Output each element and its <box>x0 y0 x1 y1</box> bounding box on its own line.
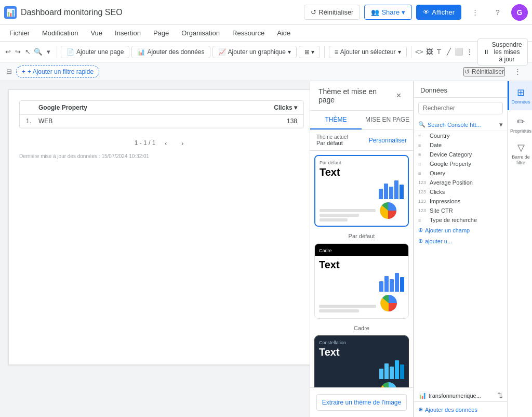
avatar[interactable]: G <box>511 4 528 21</box>
field-avg-position-label: Average Position <box>430 179 473 186</box>
field-type-recherche-label: Type de recherche <box>430 217 477 223</box>
sidebar-item-donnees[interactable]: ⊞ Données <box>508 81 532 110</box>
afficher-button[interactable]: 👁 Afficher <box>416 5 461 20</box>
theme-card-cadre[interactable]: Cadre Text <box>314 243 409 319</box>
menu-organisation[interactable]: Organisation <box>176 27 225 39</box>
source-chevron[interactable]: ▾ <box>499 121 503 128</box>
sidebar-item-barre-filtre[interactable]: ▽ Barre de filtre <box>508 139 532 168</box>
menu-vue[interactable]: Vue <box>85 27 108 39</box>
more-btn[interactable]: ⋮ <box>466 44 473 60</box>
field-google-property: ≡ Google Property <box>414 159 507 168</box>
code-btn[interactable]: <> <box>415 44 423 60</box>
data-source-name[interactable]: 🔍 Search Console htt... <box>418 121 481 128</box>
app-icon: 📊 <box>4 6 17 19</box>
menu-fichier[interactable]: Fichier <box>4 27 35 39</box>
zoom-button[interactable]: 🔍 <box>34 44 43 60</box>
top-bar: 📊 Dashboard monitoring SEO ↺ Réinitialis… <box>0 0 532 25</box>
menu-aide[interactable]: Aide <box>272 27 296 39</box>
last-update: Dernière mise à jour des données : 15/07… <box>19 153 304 159</box>
table-col1-header: Google Property <box>32 101 168 114</box>
ajouter-selecteur-button[interactable]: ≡ Ajouter un sélecteur ▾ <box>329 46 407 58</box>
current-theme-value: Par défaut <box>316 140 348 146</box>
right-sidebar: ⊞ Données ✏ Propriétés ▽ Barre de filtre <box>507 81 532 417</box>
ajouter-page-button[interactable]: 📄 Ajouter une page <box>61 46 129 58</box>
tab-theme[interactable]: THÈME <box>310 111 362 129</box>
field-date: ≡ Date <box>414 140 507 150</box>
cadre-card-name: Cadre <box>314 325 409 331</box>
cursor-tool[interactable]: ↖ <box>24 44 32 60</box>
add-filter-button[interactable]: + + Ajouter un filtre rapide <box>16 66 99 78</box>
chevron-down-icon: ▾ <box>288 48 291 56</box>
next-page-button[interactable]: › <box>176 137 189 149</box>
table-num-header <box>20 101 32 114</box>
redo-button[interactable]: ↪ <box>14 44 22 60</box>
add-field-link[interactable]: ⊕ Ajouter un champ <box>414 225 507 236</box>
plus-icon2: ⊕ <box>418 238 423 244</box>
add-field-link2[interactable]: ⊕ ajouter u... <box>414 236 507 246</box>
field-avg-position: 123 Average Position <box>414 178 507 187</box>
ajouter-donnees-button[interactable]: 📊 Ajouter des données <box>131 46 210 58</box>
canvas-page: Google Property Clicks ▾ 1. WEB 138 1 - … <box>8 89 310 365</box>
metric-icon: 123 <box>418 208 427 213</box>
col2-label: Clicks <box>274 104 292 111</box>
table-widget: Google Property Clicks ▾ 1. WEB 138 <box>19 100 304 128</box>
chevron-down-icon: ▾ <box>398 48 401 56</box>
menu-bar: Fichier Modification Vue Insertion Page … <box>0 25 532 42</box>
prev-page-button[interactable]: ‹ <box>159 137 172 149</box>
help-button[interactable]: ? <box>488 3 507 22</box>
add-data-label: Ajouter des données <box>425 407 477 413</box>
shape-btn[interactable]: ⬜ <box>455 44 463 60</box>
theme-card-constellation[interactable]: Constellation Text <box>314 335 409 387</box>
suspendre-button[interactable]: ⏸ Suspendre les mises à jour <box>477 38 528 66</box>
cadre-title: Text <box>319 259 404 271</box>
filter-more-button[interactable]: ⋮ <box>509 63 526 80</box>
line-btn[interactable]: ╱ <box>445 44 453 60</box>
close-theme-button[interactable]: × <box>393 89 405 102</box>
row-col2: 138 <box>168 115 303 127</box>
tab-mise-en-page[interactable]: MISE EN PAGE <box>362 111 413 129</box>
people-icon: 👥 <box>371 8 379 16</box>
filter-icon: ⊟ <box>6 68 12 75</box>
undo-button[interactable]: ↩ <box>4 44 12 60</box>
menu-insertion[interactable]: Insertion <box>110 27 146 39</box>
filter-reinitialiser-button[interactable]: ↺ Réinitialiser <box>463 67 505 76</box>
img-btn[interactable]: 🖼 <box>425 44 433 60</box>
field-country: ≡ Country <box>414 131 507 140</box>
reinitialiser-button[interactable]: ↺ Réinitialiser <box>304 5 360 20</box>
personnaliser-button[interactable]: Personnaliser <box>369 137 407 144</box>
extract-button[interactable]: Extraire un thème de l'image <box>316 394 407 411</box>
more-options-button[interactable]: ⋮ <box>466 3 484 22</box>
plus-circle-icon: ⊕ <box>418 406 423 413</box>
constellation-bars <box>379 360 404 379</box>
share-label: Share <box>381 8 400 16</box>
add-data-button[interactable]: ⊕ Ajouter des données <box>414 401 507 417</box>
cbar1 <box>379 281 383 292</box>
cadre-line2 <box>319 309 359 312</box>
selecteur-icon: ≡ <box>335 48 338 56</box>
plus-icon: ⊕ <box>418 227 423 233</box>
metric-chevron[interactable]: ⇅ <box>497 392 503 399</box>
theme-card-default[interactable]: Par défaut Text <box>314 155 409 227</box>
menu-modification[interactable]: Modification <box>37 27 83 39</box>
sidebar-item-proprietes[interactable]: ✏ Propriétés <box>508 110 532 139</box>
ajouter-graphique-button[interactable]: 📈 Ajouter un graphique ▾ <box>212 46 297 58</box>
dim-icon: ≡ <box>418 152 427 158</box>
ajouter-selecteur-label: Ajouter un sélecteur <box>340 48 396 56</box>
menu-page[interactable]: Page <box>148 27 174 39</box>
pagination-text: 1 - 1 / 1 <box>135 139 156 147</box>
grid-btn[interactable]: ⊞ ▾ <box>299 46 320 58</box>
source-label: Search Console htt... <box>428 122 481 128</box>
text-btn[interactable]: T <box>435 44 443 60</box>
menu-ressource[interactable]: Ressource <box>227 27 270 39</box>
cadre-line1 <box>319 305 376 308</box>
dim-icon: ≡ <box>418 161 427 167</box>
share-button[interactable]: 👥 Share ▾ <box>364 5 412 20</box>
search-input[interactable] <box>418 102 503 114</box>
default-bars <box>379 180 404 199</box>
zoom-dropdown[interactable]: ▾ <box>45 44 52 60</box>
current-theme-label: Thème actuel <box>316 134 348 140</box>
barre-filtre-label: Barre de filtre <box>509 154 532 166</box>
pagination: 1 - 1 / 1 ‹ › <box>19 137 304 149</box>
theme-default-sublabel: Par défaut <box>320 160 404 165</box>
toolbar: ↩ ↪ ↖ 🔍 ▾ 📄 Ajouter une page 📊 Ajouter d… <box>0 42 532 62</box>
